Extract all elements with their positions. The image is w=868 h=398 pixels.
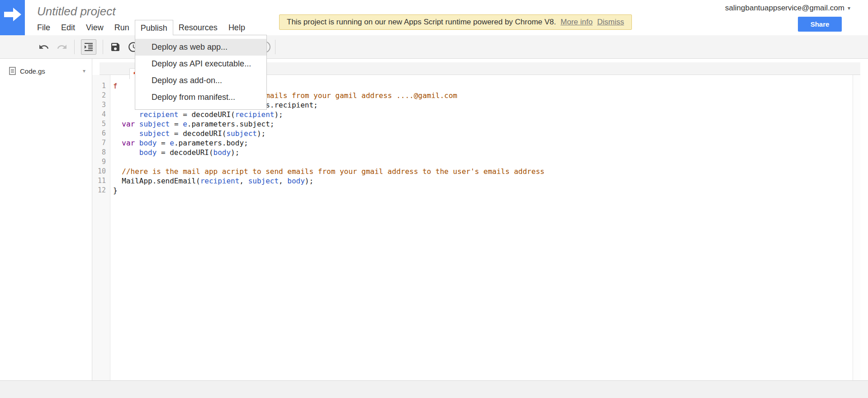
line-number: 6 bbox=[92, 129, 110, 138]
script-file-icon bbox=[9, 67, 16, 75]
menu-publish[interactable]: Publish bbox=[135, 20, 173, 35]
indent-icon bbox=[83, 42, 94, 52]
line-number: 1 bbox=[92, 81, 110, 91]
line-number: 8 bbox=[92, 148, 110, 157]
line-number: 2 bbox=[92, 91, 110, 100]
menu-item-deploy-as-api-executable[interactable]: Deploy as API executable... bbox=[135, 56, 266, 72]
menubar: FileEditViewRunPublishResourcesHelp bbox=[32, 20, 251, 35]
code-line: body = decodeURI(body); bbox=[113, 148, 853, 157]
menu-item-deploy-from-manifest[interactable]: Deploy from manifest... bbox=[135, 89, 266, 106]
line-number-gutter: 123456789101112 bbox=[92, 75, 110, 380]
toolbar-divider bbox=[74, 40, 75, 54]
dismiss-link[interactable]: Dismiss bbox=[597, 18, 624, 27]
menu-edit[interactable]: Edit bbox=[56, 20, 81, 35]
more-info-link[interactable]: More info bbox=[560, 18, 593, 27]
code-line bbox=[113, 157, 853, 167]
redo-icon bbox=[56, 41, 68, 53]
project-title[interactable]: Untitled project bbox=[37, 5, 115, 19]
vertical-scrollbar[interactable] bbox=[853, 75, 860, 380]
line-number: 3 bbox=[92, 100, 110, 110]
menu-run[interactable]: Run bbox=[109, 20, 135, 35]
save-icon[interactable] bbox=[109, 41, 121, 53]
chevron-down-icon: ▾ bbox=[848, 5, 850, 11]
line-number: 11 bbox=[92, 176, 110, 186]
menu-file[interactable]: File bbox=[32, 20, 56, 35]
toolbar-divider bbox=[103, 40, 103, 54]
menu-view[interactable]: View bbox=[81, 20, 109, 35]
runtime-banner: This project is running on our new Apps … bbox=[279, 14, 632, 30]
code-line: MailApp.sendEmail(recipient, subject, bo… bbox=[113, 176, 853, 186]
code-line: } bbox=[113, 186, 853, 195]
apps-script-logo bbox=[0, 0, 25, 35]
menu-resources[interactable]: Resources bbox=[173, 20, 223, 35]
apps-script-editor-window: Untitled project FileEditViewRunPublishR… bbox=[0, 0, 868, 398]
bottom-status-bar bbox=[0, 380, 868, 398]
line-number: 5 bbox=[92, 119, 110, 129]
code-line: recipient = decodeURI(recipient); bbox=[113, 110, 853, 119]
header: Untitled project FileEditViewRunPublishR… bbox=[0, 0, 868, 35]
code-line: var body = e.parameters.body; bbox=[113, 138, 853, 148]
undo-icon[interactable] bbox=[38, 41, 50, 53]
menu-help[interactable]: Help bbox=[223, 20, 251, 35]
files-sidebar: Code.gs ▾ bbox=[0, 59, 92, 380]
file-name: Code.gs bbox=[20, 67, 45, 75]
chevron-down-icon[interactable]: ▾ bbox=[83, 68, 85, 74]
menu-item-deploy-as-add-on[interactable]: Deploy as add-on... bbox=[135, 72, 266, 89]
share-button[interactable]: Share bbox=[798, 17, 842, 32]
line-number: 4 bbox=[92, 110, 110, 119]
code-line: subject = decodeURI(subject); bbox=[113, 129, 853, 138]
banner-text: This project is running on our new Apps … bbox=[287, 18, 556, 27]
line-number: 9 bbox=[92, 157, 110, 167]
line-number: 12 bbox=[92, 186, 110, 195]
sidebar-item-code-gs[interactable]: Code.gs ▾ bbox=[0, 64, 92, 78]
publish-dropdown-menu: Deploy as web app...Deploy as API execut… bbox=[135, 35, 267, 110]
indentation-button[interactable] bbox=[81, 39, 96, 55]
toolbar-divider bbox=[275, 40, 275, 54]
line-number: 10 bbox=[92, 167, 110, 176]
account-email: salingbantuappservice@gmail.com bbox=[725, 4, 844, 13]
line-number: 7 bbox=[92, 138, 110, 148]
account-menu[interactable]: salingbantuappservice@gmail.com ▾ bbox=[725, 4, 850, 13]
code-area[interactable]: f mails from your gamil address ....@gam… bbox=[111, 75, 853, 380]
arrow-logo-icon bbox=[0, 0, 25, 35]
menu-item-deploy-as-web-app[interactable]: Deploy as web app... bbox=[135, 39, 266, 56]
toolbar bbox=[0, 35, 868, 59]
code-line: var subject = e.parameters.subject; bbox=[113, 119, 853, 129]
code-line: //here is the mail app acript to send em… bbox=[113, 167, 853, 176]
